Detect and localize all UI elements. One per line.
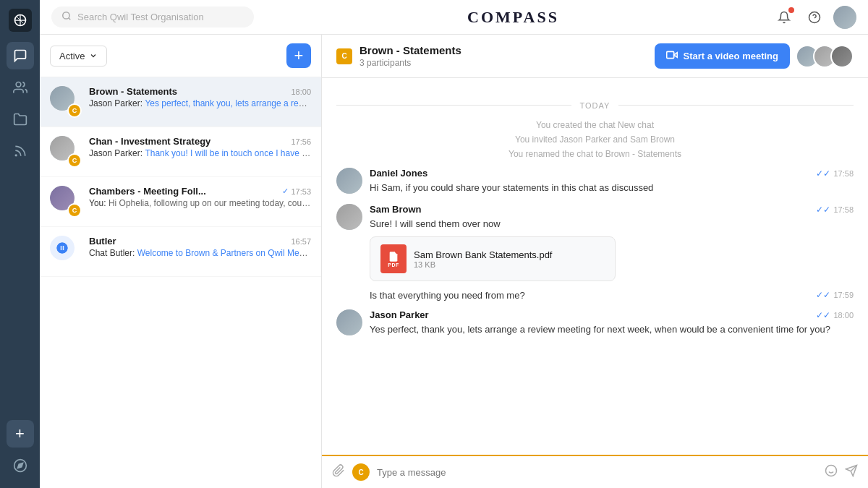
participant-avatar-3 xyxy=(830,45,854,68)
search-placeholder: Search Qwil Test Organisation xyxy=(77,12,204,22)
system-message-2: You invited Jason Parker and Sam Brown xyxy=(336,134,854,145)
chat-area: C Brown - Statements 3 participants Star xyxy=(322,35,868,488)
chat-channel-badge: C xyxy=(336,48,352,64)
message-text: Is that everything you need from me? xyxy=(370,290,525,301)
notification-badge xyxy=(788,7,794,13)
conv-preview: You: Hi Ophelia, following up on our mee… xyxy=(89,198,311,208)
file-info: Sam Brown Bank Statements.pdf 13 KB xyxy=(414,249,552,269)
conv-info: Chambers - Meeting Foll... ✓ 17:53 You: … xyxy=(89,186,311,208)
nav-add[interactable]: + xyxy=(7,420,34,448)
messages-list: TODAY You created the chat New chat You … xyxy=(322,78,868,455)
attachment-icon[interactable] xyxy=(332,464,345,481)
emoji-icon[interactable] xyxy=(825,464,838,481)
channel-badge: C xyxy=(67,153,82,168)
chat-title: Brown - Statements xyxy=(359,44,461,56)
file-name: Sam Brown Bank Statements.pdf xyxy=(414,249,552,260)
plus-icon: + xyxy=(294,46,304,65)
help-icon[interactable] xyxy=(803,6,826,29)
conversation-item-chan[interactable]: C Chan - Investment Strategy 17:56 Jason… xyxy=(40,127,321,177)
nav-compass[interactable] xyxy=(7,452,34,479)
chat-participants: 3 participants xyxy=(359,58,461,68)
svg-point-2 xyxy=(15,155,17,156)
message-sender: Jason Parker xyxy=(370,309,429,320)
message-text: Hi Sam, if you could share your statemen… xyxy=(370,181,854,195)
message-text: Sure! I will send them over now xyxy=(370,217,854,231)
system-message-3: You renamed the chat to Brown - Statemen… xyxy=(336,149,854,159)
message-sam: Sam Brown ✓✓ 17:58 Sure! I will send the… xyxy=(336,204,854,282)
conversation-item-butler[interactable]: Butler 16:57 Chat Butler: Welcome to Bro… xyxy=(40,227,321,277)
svg-point-5 xyxy=(63,12,69,19)
message-content: Sam Brown ✓✓ 17:58 Sure! I will send the… xyxy=(370,204,854,282)
message-sender: Daniel Jones xyxy=(370,168,427,179)
file-size: 13 KB xyxy=(414,260,552,269)
topbar: Search Qwil Test Organisation COMPASS xyxy=(40,0,868,35)
conv-avatar xyxy=(50,236,82,267)
chat-input-area: C xyxy=(322,455,868,488)
nav-contacts[interactable] xyxy=(7,74,34,101)
conv-time: ✓ 17:53 xyxy=(282,187,311,196)
nav-feeds[interactable] xyxy=(7,137,34,165)
filter-button[interactable]: Active xyxy=(50,46,107,67)
file-attachment[interactable]: PDF Sam Brown Bank Statements.pdf 13 KB xyxy=(370,236,616,281)
nav-folders[interactable] xyxy=(7,106,34,133)
notifications-icon[interactable] xyxy=(773,6,796,29)
conversation-item-chambers[interactable]: C Chambers - Meeting Foll... ✓ 17:53 You… xyxy=(40,177,321,227)
svg-marker-4 xyxy=(17,463,22,468)
conv-time: 16:57 xyxy=(291,237,311,246)
message-is-that-everything: Is that everything you need from me? ✓✓ … xyxy=(370,290,854,301)
system-message-1: You created the chat New chat xyxy=(336,120,854,130)
svg-line-6 xyxy=(69,18,71,20)
date-divider: TODAY xyxy=(336,98,854,111)
message-daniel: Daniel Jones ✓✓ 17:58 Hi Sam, if you cou… xyxy=(336,168,854,195)
channel-badge: C xyxy=(67,103,82,118)
message-avatar xyxy=(336,168,362,194)
app-title: COMPASS xyxy=(263,8,764,27)
send-icon[interactable] xyxy=(845,464,858,481)
message-avatar xyxy=(336,309,362,335)
message-time: ✓✓ 17:58 xyxy=(816,168,854,179)
input-right-actions xyxy=(825,464,858,481)
conv-name: Chan - Investment Strategy xyxy=(89,136,210,147)
chat-header: C Brown - Statements 3 participants Star xyxy=(322,35,868,78)
svg-point-10 xyxy=(826,465,837,476)
message-time: ✓✓ 17:59 xyxy=(816,290,854,300)
conv-info: Brown - Statements 18:00 Jason Parker: Y… xyxy=(89,86,311,108)
conversation-item-brown-statements[interactable]: C Brown - Statements 18:00 Jason Parker:… xyxy=(40,77,321,127)
conversations-sidebar: Active + C xyxy=(40,35,322,488)
message-input[interactable] xyxy=(377,467,817,478)
participant-avatars xyxy=(796,45,854,68)
conv-name: Butler xyxy=(89,236,116,247)
svg-rect-9 xyxy=(666,51,673,58)
conv-preview: Chat Butler: Welcome to Brown & Partners… xyxy=(89,248,311,258)
search-area[interactable]: Search Qwil Test Organisation xyxy=(51,7,254,27)
new-conversation-button[interactable]: + xyxy=(286,43,311,68)
pdf-icon: PDF xyxy=(380,244,407,273)
conversation-list: C Brown - Statements 18:00 Jason Parker:… xyxy=(40,77,321,488)
conv-preview: Jason Parker: Yes perfect, thank you, le… xyxy=(89,98,311,108)
user-avatar[interactable] xyxy=(833,6,856,29)
conv-avatar: C xyxy=(50,86,82,118)
message-text: Yes perfect, thank you, lets arrange a r… xyxy=(370,322,854,337)
message-time: ✓✓ 18:00 xyxy=(816,310,854,320)
message-jason: Jason Parker ✓✓ 18:00 Yes perfect, thank… xyxy=(336,309,854,337)
left-navigation: + xyxy=(0,0,40,488)
nav-messages[interactable] xyxy=(7,42,34,69)
date-label: TODAY xyxy=(571,101,619,110)
filter-label: Active xyxy=(59,51,85,61)
search-icon xyxy=(61,11,72,23)
message-content: Daniel Jones ✓✓ 17:58 Hi Sam, if you cou… xyxy=(370,168,854,195)
svg-point-1 xyxy=(16,82,21,87)
conv-preview: Jason Parker: Thank you! I will be in to… xyxy=(89,148,311,158)
channel-badge: C xyxy=(67,203,82,218)
start-video-meeting-button[interactable]: Start a video meeting xyxy=(655,43,790,69)
conv-name: Brown - Statements xyxy=(89,86,177,97)
conv-time: 18:00 xyxy=(291,87,311,96)
chat-header-right: Start a video meeting xyxy=(655,43,854,69)
app-logo xyxy=(9,9,32,32)
sidebar-header: Active + xyxy=(40,35,321,77)
message-sender: Sam Brown xyxy=(370,204,422,215)
chat-title-area: C Brown - Statements 3 participants xyxy=(336,44,461,68)
message-time: ✓✓ 17:58 xyxy=(816,205,854,215)
conv-avatar: C xyxy=(50,186,82,218)
conv-time: 17:56 xyxy=(291,137,311,146)
